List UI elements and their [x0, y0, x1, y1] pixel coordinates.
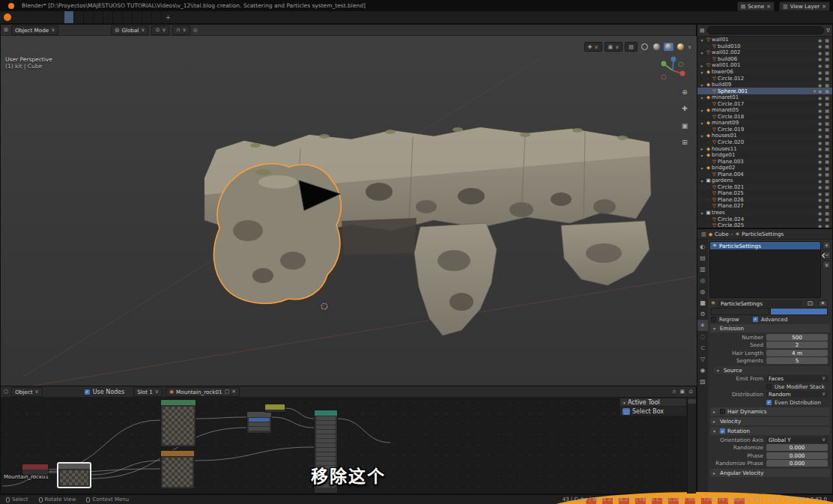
hide-eye-icon[interactable]: ◉	[818, 43, 822, 49]
menu-item[interactable]	[51, 11, 60, 23]
properties-tab[interactable]: ⚙	[697, 309, 708, 320]
expand-arrow-icon[interactable]: ·	[705, 127, 711, 132]
expand-arrow-icon[interactable]: ·	[705, 171, 711, 177]
workspace-tab[interactable]	[103, 11, 113, 23]
workspace-tab[interactable]	[152, 11, 162, 23]
properties-tab[interactable]: ◍	[697, 286, 708, 297]
expand-arrow-icon[interactable]: ·	[705, 56, 711, 61]
blender-menu-icon[interactable]	[4, 13, 11, 21]
expand-arrow-icon[interactable]: ▾	[699, 121, 705, 126]
properties-tab[interactable]: ■	[697, 297, 708, 309]
hide-eye-icon[interactable]: ◉	[818, 223, 822, 228]
expand-arrow-icon[interactable]: ·	[705, 191, 711, 196]
outliner-item[interactable]: ▾ ◆ minaret01 ◉ ▦	[697, 94, 832, 101]
menu-item[interactable]	[33, 11, 42, 23]
expand-arrow-icon[interactable]: ▾	[699, 108, 705, 113]
unlink-settings-icon[interactable]: ✕	[818, 300, 828, 307]
outliner-item[interactable]: ▾ ◆ tower06 ◉ ▦	[697, 69, 832, 76]
pin-icon[interactable]: ⊙	[688, 389, 693, 395]
render-visibility-icon[interactable]: ▦	[825, 95, 829, 100]
render-visibility-icon[interactable]: ▦	[825, 171, 829, 177]
even-distribution-checkbox[interactable]: ✓	[766, 400, 772, 405]
unlink-scene-icon[interactable]: ✕	[766, 4, 771, 10]
outliner-item[interactable]: ▸ ◆ houses11 ◉ ▦	[697, 145, 832, 152]
hide-eye-icon[interactable]: ◉	[818, 127, 822, 132]
outliner-item[interactable]: ▾ ◆ build09 ◉ ▦	[697, 82, 832, 88]
phase-field[interactable]: 0.000	[766, 452, 828, 459]
outliner-item[interactable]: · ▽ Circle.024 ◉ ▦	[697, 216, 832, 222]
shading-material-button[interactable]	[664, 43, 673, 51]
view-layer-selector[interactable]: ▥ View Layer ✕	[779, 1, 830, 11]
seed-field[interactable]: 2	[766, 341, 828, 348]
outliner-item[interactable]: ▾ ▽ wall01 ◉ ▦	[697, 37, 832, 43]
shading-wireframe-button[interactable]	[640, 43, 649, 51]
properties-tab[interactable]: ◌	[697, 331, 708, 342]
render-visibility-icon[interactable]: ▦	[825, 223, 829, 228]
shader-type-dropdown[interactable]: Object ∨	[11, 387, 43, 397]
outliner-item[interactable]: ▾ ◆ bridge01 ◉ ▦	[697, 152, 832, 159]
outliner-item[interactable]: ▾ ◆ bridge02 ◉ ▦	[697, 165, 832, 171]
transform-orientation-dropdown[interactable]: ◍ Global ∨	[111, 25, 148, 35]
workspace-tab[interactable]	[123, 11, 133, 23]
active-tool-header[interactable]: ▾ Active Tool	[620, 398, 687, 407]
render-visibility-icon[interactable]: ▦	[825, 184, 829, 189]
hide-eye-icon[interactable]: ◉	[818, 82, 822, 88]
add-workspace-button[interactable]: +	[162, 11, 175, 23]
render-visibility-icon[interactable]: ▦	[825, 159, 829, 164]
render-visibility-icon[interactable]: ▦	[825, 82, 829, 88]
outliner-item[interactable]: · ▽ Plane.027 ◉ ▦	[697, 203, 832, 210]
expand-arrow-icon[interactable]: ▾	[699, 50, 705, 55]
scene-selector[interactable]: ▤ Scene ✕	[737, 1, 775, 11]
segments-field[interactable]: 5	[766, 357, 828, 364]
outliner-item[interactable]: ▾ ◆ minaret09 ◉ ▦	[697, 120, 832, 127]
render-visibility-icon[interactable]: ▦	[825, 101, 829, 106]
hide-eye-icon[interactable]: ◉	[818, 56, 822, 61]
properties-tab[interactable]: ◐	[697, 241, 708, 252]
outliner-item[interactable]: · ▽ Circle.021 ◉ ▦	[697, 184, 832, 191]
render-visibility-icon[interactable]: ▦	[825, 178, 829, 183]
hide-eye-icon[interactable]: ◉	[818, 108, 822, 113]
expand-arrow-icon[interactable]: ▾	[699, 37, 705, 43]
expand-arrow-icon[interactable]: ▸	[699, 63, 705, 68]
hide-eye-icon[interactable]: ◉	[818, 216, 822, 222]
expand-arrow-icon[interactable]: ·	[705, 43, 711, 49]
menu-item[interactable]	[42, 11, 51, 23]
outliner-item[interactable]: · ▽ build06 ◉ ▦	[697, 56, 832, 63]
properties-tab[interactable]: ▥	[697, 264, 708, 275]
outliner-item[interactable]: ▾ ◆ minaret05 ◉ ▦	[697, 107, 832, 114]
workspace-tab[interactable]	[142, 11, 152, 23]
outliner-item[interactable]: · ▽ Circle.020 ◉ ▦	[697, 139, 832, 146]
mapping-node[interactable]	[246, 411, 272, 434]
shading-solid-button[interactable]	[652, 43, 661, 51]
render-visibility-icon[interactable]: ▦	[825, 43, 829, 49]
outliner-item[interactable]: · ▽ Plane.025 ◉ ▦	[697, 190, 832, 197]
render-visibility-icon[interactable]: ▦	[825, 210, 829, 216]
particle-type-button[interactable]	[770, 308, 829, 315]
snap-dropdown[interactable]: ∩ ∨	[172, 25, 190, 35]
expand-arrow-icon[interactable]: ·	[705, 114, 711, 119]
render-visibility-icon[interactable]: ▦	[825, 37, 829, 43]
expand-arrow-icon[interactable]: ·	[705, 223, 711, 228]
workspace-tab[interactable]	[64, 11, 74, 23]
hide-eye-icon[interactable]: ◉	[818, 210, 822, 216]
toggle-ortho-icon[interactable]: ⊞	[679, 137, 690, 148]
use-nodes-checkbox[interactable]: ✓	[85, 389, 90, 395]
outliner-item[interactable]: · ▽ Plane.003 ◉ ▦	[697, 158, 832, 165]
selected-rock[interactable]	[213, 164, 341, 304]
hide-eye-icon[interactable]: ◉	[818, 114, 822, 119]
show-gizmo-toggle[interactable]: ✚∨	[584, 42, 602, 52]
move-view-icon[interactable]: ✚	[679, 103, 690, 114]
use-modifier-stack-checkbox[interactable]	[766, 384, 772, 389]
source-section-header[interactable]: ▾ Source	[714, 366, 830, 374]
outliner-item[interactable]: ▸ ▽ wall01.001 ◉ ▦	[697, 62, 832, 69]
orientation-axis-dropdown[interactable]: Global Y∨	[766, 437, 828, 443]
hide-eye-icon[interactable]: ◉	[818, 184, 822, 189]
number-field[interactable]: 500	[766, 334, 828, 341]
panel-collapse-arrow[interactable]: ‹	[821, 249, 826, 262]
workspace-tab[interactable]	[94, 11, 103, 23]
render-visibility-icon[interactable]: ▦	[825, 108, 829, 113]
outliner-item[interactable]: · ▽ build010 ◉ ▦	[697, 43, 832, 50]
remove-view-layer-icon[interactable]: ✕	[822, 4, 826, 10]
workspace-tab[interactable]	[74, 11, 84, 23]
rotation-checkbox[interactable]: ✓	[720, 428, 725, 434]
